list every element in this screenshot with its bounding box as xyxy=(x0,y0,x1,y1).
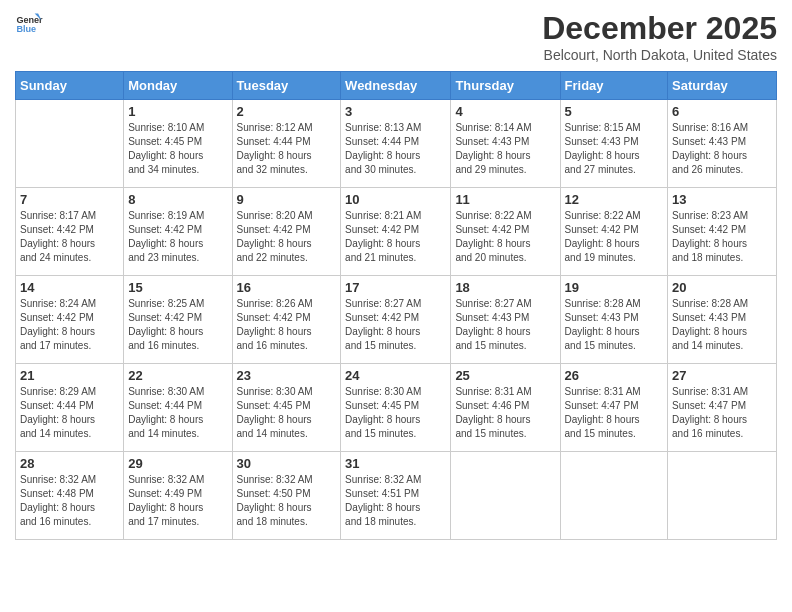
day-info: Sunrise: 8:15 AM Sunset: 4:43 PM Dayligh… xyxy=(565,121,664,177)
day-number: 25 xyxy=(455,368,555,383)
calendar-cell: 12Sunrise: 8:22 AM Sunset: 4:42 PM Dayli… xyxy=(560,188,668,276)
calendar-cell: 29Sunrise: 8:32 AM Sunset: 4:49 PM Dayli… xyxy=(124,452,232,540)
day-info: Sunrise: 8:32 AM Sunset: 4:51 PM Dayligh… xyxy=(345,473,446,529)
day-number: 1 xyxy=(128,104,227,119)
calendar-cell: 28Sunrise: 8:32 AM Sunset: 4:48 PM Dayli… xyxy=(16,452,124,540)
calendar-cell: 2Sunrise: 8:12 AM Sunset: 4:44 PM Daylig… xyxy=(232,100,341,188)
day-info: Sunrise: 8:17 AM Sunset: 4:42 PM Dayligh… xyxy=(20,209,119,265)
weekday-header-sunday: Sunday xyxy=(16,72,124,100)
calendar-week-2: 7Sunrise: 8:17 AM Sunset: 4:42 PM Daylig… xyxy=(16,188,777,276)
day-info: Sunrise: 8:30 AM Sunset: 4:45 PM Dayligh… xyxy=(237,385,337,441)
svg-text:Blue: Blue xyxy=(16,24,36,34)
day-number: 3 xyxy=(345,104,446,119)
day-info: Sunrise: 8:23 AM Sunset: 4:42 PM Dayligh… xyxy=(672,209,772,265)
day-info: Sunrise: 8:31 AM Sunset: 4:46 PM Dayligh… xyxy=(455,385,555,441)
day-info: Sunrise: 8:21 AM Sunset: 4:42 PM Dayligh… xyxy=(345,209,446,265)
day-number: 8 xyxy=(128,192,227,207)
calendar-cell: 5Sunrise: 8:15 AM Sunset: 4:43 PM Daylig… xyxy=(560,100,668,188)
day-number: 29 xyxy=(128,456,227,471)
calendar-cell: 30Sunrise: 8:32 AM Sunset: 4:50 PM Dayli… xyxy=(232,452,341,540)
calendar-cell: 16Sunrise: 8:26 AM Sunset: 4:42 PM Dayli… xyxy=(232,276,341,364)
calendar-cell: 13Sunrise: 8:23 AM Sunset: 4:42 PM Dayli… xyxy=(668,188,777,276)
weekday-header-saturday: Saturday xyxy=(668,72,777,100)
day-number: 21 xyxy=(20,368,119,383)
calendar-cell xyxy=(451,452,560,540)
day-number: 30 xyxy=(237,456,337,471)
title-area: December 2025 Belcourt, North Dakota, Un… xyxy=(542,10,777,63)
day-number: 26 xyxy=(565,368,664,383)
calendar-cell: 14Sunrise: 8:24 AM Sunset: 4:42 PM Dayli… xyxy=(16,276,124,364)
calendar-cell: 26Sunrise: 8:31 AM Sunset: 4:47 PM Dayli… xyxy=(560,364,668,452)
day-info: Sunrise: 8:16 AM Sunset: 4:43 PM Dayligh… xyxy=(672,121,772,177)
calendar-cell: 20Sunrise: 8:28 AM Sunset: 4:43 PM Dayli… xyxy=(668,276,777,364)
day-number: 28 xyxy=(20,456,119,471)
day-number: 11 xyxy=(455,192,555,207)
day-info: Sunrise: 8:29 AM Sunset: 4:44 PM Dayligh… xyxy=(20,385,119,441)
day-number: 12 xyxy=(565,192,664,207)
calendar-week-1: 1Sunrise: 8:10 AM Sunset: 4:45 PM Daylig… xyxy=(16,100,777,188)
day-number: 22 xyxy=(128,368,227,383)
calendar-cell: 25Sunrise: 8:31 AM Sunset: 4:46 PM Dayli… xyxy=(451,364,560,452)
calendar-table: SundayMondayTuesdayWednesdayThursdayFrid… xyxy=(15,71,777,540)
day-info: Sunrise: 8:26 AM Sunset: 4:42 PM Dayligh… xyxy=(237,297,337,353)
day-number: 10 xyxy=(345,192,446,207)
day-info: Sunrise: 8:10 AM Sunset: 4:45 PM Dayligh… xyxy=(128,121,227,177)
calendar-cell: 22Sunrise: 8:30 AM Sunset: 4:44 PM Dayli… xyxy=(124,364,232,452)
day-number: 14 xyxy=(20,280,119,295)
subtitle: Belcourt, North Dakota, United States xyxy=(542,47,777,63)
day-info: Sunrise: 8:27 AM Sunset: 4:42 PM Dayligh… xyxy=(345,297,446,353)
day-number: 17 xyxy=(345,280,446,295)
day-number: 19 xyxy=(565,280,664,295)
day-info: Sunrise: 8:12 AM Sunset: 4:44 PM Dayligh… xyxy=(237,121,337,177)
weekday-header-wednesday: Wednesday xyxy=(341,72,451,100)
day-info: Sunrise: 8:32 AM Sunset: 4:49 PM Dayligh… xyxy=(128,473,227,529)
day-info: Sunrise: 8:31 AM Sunset: 4:47 PM Dayligh… xyxy=(672,385,772,441)
day-info: Sunrise: 8:22 AM Sunset: 4:42 PM Dayligh… xyxy=(565,209,664,265)
day-info: Sunrise: 8:32 AM Sunset: 4:50 PM Dayligh… xyxy=(237,473,337,529)
day-info: Sunrise: 8:27 AM Sunset: 4:43 PM Dayligh… xyxy=(455,297,555,353)
calendar-cell xyxy=(16,100,124,188)
day-info: Sunrise: 8:24 AM Sunset: 4:42 PM Dayligh… xyxy=(20,297,119,353)
day-info: Sunrise: 8:25 AM Sunset: 4:42 PM Dayligh… xyxy=(128,297,227,353)
weekday-header-friday: Friday xyxy=(560,72,668,100)
day-info: Sunrise: 8:28 AM Sunset: 4:43 PM Dayligh… xyxy=(672,297,772,353)
calendar-cell: 27Sunrise: 8:31 AM Sunset: 4:47 PM Dayli… xyxy=(668,364,777,452)
day-number: 15 xyxy=(128,280,227,295)
calendar-cell: 17Sunrise: 8:27 AM Sunset: 4:42 PM Dayli… xyxy=(341,276,451,364)
calendar-cell: 10Sunrise: 8:21 AM Sunset: 4:42 PM Dayli… xyxy=(341,188,451,276)
main-title: December 2025 xyxy=(542,10,777,47)
calendar-cell: 24Sunrise: 8:30 AM Sunset: 4:45 PM Dayli… xyxy=(341,364,451,452)
calendar-cell: 18Sunrise: 8:27 AM Sunset: 4:43 PM Dayli… xyxy=(451,276,560,364)
day-number: 7 xyxy=(20,192,119,207)
calendar-week-4: 21Sunrise: 8:29 AM Sunset: 4:44 PM Dayli… xyxy=(16,364,777,452)
day-number: 20 xyxy=(672,280,772,295)
header: General Blue December 2025 Belcourt, Nor… xyxy=(15,10,777,63)
day-number: 9 xyxy=(237,192,337,207)
day-info: Sunrise: 8:22 AM Sunset: 4:42 PM Dayligh… xyxy=(455,209,555,265)
weekday-header-tuesday: Tuesday xyxy=(232,72,341,100)
calendar-cell: 19Sunrise: 8:28 AM Sunset: 4:43 PM Dayli… xyxy=(560,276,668,364)
day-number: 13 xyxy=(672,192,772,207)
day-info: Sunrise: 8:14 AM Sunset: 4:43 PM Dayligh… xyxy=(455,121,555,177)
day-number: 23 xyxy=(237,368,337,383)
logo-icon: General Blue xyxy=(15,10,43,38)
calendar-cell: 8Sunrise: 8:19 AM Sunset: 4:42 PM Daylig… xyxy=(124,188,232,276)
calendar-cell xyxy=(668,452,777,540)
day-info: Sunrise: 8:19 AM Sunset: 4:42 PM Dayligh… xyxy=(128,209,227,265)
day-info: Sunrise: 8:20 AM Sunset: 4:42 PM Dayligh… xyxy=(237,209,337,265)
calendar-cell: 31Sunrise: 8:32 AM Sunset: 4:51 PM Dayli… xyxy=(341,452,451,540)
calendar-week-5: 28Sunrise: 8:32 AM Sunset: 4:48 PM Dayli… xyxy=(16,452,777,540)
day-info: Sunrise: 8:28 AM Sunset: 4:43 PM Dayligh… xyxy=(565,297,664,353)
calendar-cell: 9Sunrise: 8:20 AM Sunset: 4:42 PM Daylig… xyxy=(232,188,341,276)
day-number: 2 xyxy=(237,104,337,119)
day-number: 4 xyxy=(455,104,555,119)
calendar-cell: 11Sunrise: 8:22 AM Sunset: 4:42 PM Dayli… xyxy=(451,188,560,276)
day-number: 18 xyxy=(455,280,555,295)
page-container: General Blue December 2025 Belcourt, Nor… xyxy=(0,0,792,550)
calendar-body: 1Sunrise: 8:10 AM Sunset: 4:45 PM Daylig… xyxy=(16,100,777,540)
day-info: Sunrise: 8:13 AM Sunset: 4:44 PM Dayligh… xyxy=(345,121,446,177)
calendar-cell: 1Sunrise: 8:10 AM Sunset: 4:45 PM Daylig… xyxy=(124,100,232,188)
header-row: SundayMondayTuesdayWednesdayThursdayFrid… xyxy=(16,72,777,100)
day-info: Sunrise: 8:30 AM Sunset: 4:44 PM Dayligh… xyxy=(128,385,227,441)
calendar-cell xyxy=(560,452,668,540)
